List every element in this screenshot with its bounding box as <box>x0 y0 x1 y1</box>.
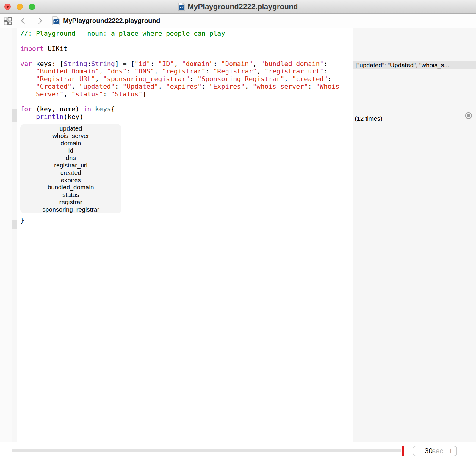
code-line[interactable] <box>20 52 339 60</box>
playground-document-icon[interactable] <box>178 3 185 11</box>
popup-value: registrar_url <box>20 162 121 169</box>
popup-value: dns <box>20 154 121 162</box>
popup-value: id <box>20 147 121 154</box>
playground-timeline-bar: − 30 sec + <box>0 442 476 459</box>
popup-value: bundled_domain <box>20 184 121 191</box>
toolbar-divider <box>48 16 48 26</box>
code-line[interactable]: var keys: [String:String] = ["id": "ID",… <box>20 60 339 67</box>
code-line[interactable]: "Registrar URL", "sponsoring_registrar":… <box>20 75 339 83</box>
back-button[interactable] <box>20 17 27 25</box>
duration-decrease-button[interactable]: − <box>417 447 421 455</box>
related-items-icon[interactable] <box>4 17 12 25</box>
window-titlebar: MyPlayground2222.playground <box>0 0 476 14</box>
window-title: MyPlayground2222.playground <box>188 2 298 11</box>
jump-bar: MyPlayground2222.playground <box>0 14 476 28</box>
code-line[interactable]: import UIKit <box>20 45 339 52</box>
popup-value: registrar <box>20 199 121 206</box>
duration-unit-label: sec <box>432 447 443 455</box>
code-line[interactable]: //: Playground - noun: a place where peo… <box>20 30 339 37</box>
playground-file-icon[interactable] <box>52 16 60 25</box>
timeline-duration-stepper: − 30 sec + <box>413 446 457 456</box>
duration-increase-button[interactable]: + <box>449 447 453 455</box>
results-sidebar: ["updated": "Updated", "whois_s... (12 t… <box>353 28 476 442</box>
popup-value: domain <box>20 140 121 147</box>
duration-value: 30 <box>425 447 433 455</box>
loop-count-result[interactable]: (12 times) <box>353 114 476 123</box>
editor-left-margin <box>0 28 12 442</box>
code-line[interactable]: "Created", "updated": "Updated", "expire… <box>20 83 339 90</box>
popup-value: status <box>20 191 121 199</box>
source-code[interactable]: //: Playground - noun: a place where peo… <box>20 30 339 120</box>
forward-button[interactable] <box>36 17 43 25</box>
show-result-toggle-icon[interactable] <box>465 112 472 119</box>
change-marker <box>12 220 17 229</box>
minimize-button[interactable] <box>17 4 23 10</box>
code-line[interactable]: } <box>20 216 24 224</box>
code-line[interactable] <box>20 37 339 45</box>
editor-area: //: Playground - noun: a place where peo… <box>0 28 476 442</box>
popup-value: sponsoring_registrar <box>20 206 121 213</box>
popup-value: whois_server <box>20 132 121 140</box>
popup-value: created <box>20 169 121 177</box>
change-bar-gutter <box>12 28 17 442</box>
timeline-slider-track[interactable] <box>12 449 401 452</box>
popup-value: expires <box>20 177 121 184</box>
toolbar-divider <box>17 16 17 26</box>
jumpbar-filename[interactable]: MyPlayground2222.playground <box>63 14 160 28</box>
timeline-position-marker[interactable] <box>402 446 404 456</box>
close-button[interactable] <box>4 4 11 10</box>
code-line[interactable]: println(key) <box>20 113 339 120</box>
code-line[interactable]: "Bundled Domain", "dns": "DNS", "registr… <box>20 67 339 75</box>
zoom-button[interactable] <box>29 4 35 10</box>
code-line[interactable]: for (key, name) in keys{ <box>20 105 339 113</box>
popup-value: updated <box>20 125 121 132</box>
code-line[interactable]: Server", "status": "Status"] <box>20 90 339 98</box>
code-line[interactable] <box>20 98 339 105</box>
change-marker <box>12 109 17 122</box>
inline-result-popup[interactable]: updatedwhois_serverdomainiddnsregistrar_… <box>20 124 121 213</box>
traffic-lights <box>4 4 35 10</box>
result-value-preview[interactable]: ["updated": "Updated", "whois_s... <box>353 61 476 69</box>
